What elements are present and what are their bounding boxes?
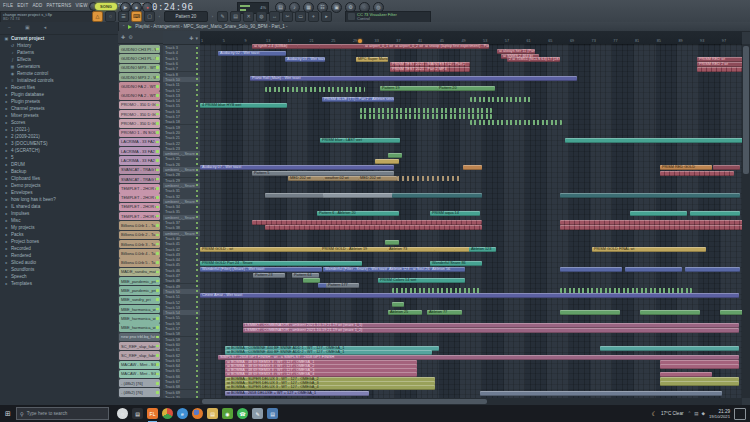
browser-item-soundfonts[interactable]: ▸Soundfonts	[0, 266, 118, 273]
clip[interactable]	[392, 288, 482, 293]
picker-item[interactable]: Billiona 0.0rb 5 - Ta	[119, 258, 160, 266]
track-mute-led[interactable]	[196, 78, 198, 80]
browser-item-drum[interactable]: ▸DRUM	[0, 161, 118, 168]
track-mute-led[interactable]	[196, 52, 198, 54]
clip[interactable]	[397, 176, 461, 181]
browser-item-rendered[interactable]: ▸Rendered	[0, 252, 118, 259]
browser-item-3-documents-[interactable]: ▸3 (DOCUMENTS)	[0, 140, 118, 147]
picker-item[interactable]: Billiona 0.0rb 1 - Ta	[119, 221, 160, 229]
clip[interactable]	[560, 225, 742, 230]
track-mute-led[interactable]	[196, 200, 198, 202]
typing-keyboard-button[interactable]: ⌨	[131, 11, 142, 22]
clip[interactable]: Audacity 03 - Wet toast	[285, 57, 325, 62]
clip[interactable]	[660, 171, 734, 176]
mute-led[interactable]	[156, 187, 159, 190]
picker-item[interactable]: SVANCAT - TRAG WT	[119, 166, 160, 174]
track-mute-led[interactable]	[196, 264, 198, 266]
clip[interactable]: PRISM GOLD Part 24 - Snare	[200, 261, 362, 266]
clip[interactable]: ai BOMBA - 2658 DELUXE + WT + 127 + OMEG…	[225, 391, 369, 396]
browser-item-current-project[interactable]: ▣Current project	[0, 35, 118, 42]
clip[interactable]: PRISM RED 2 wt	[697, 62, 742, 67]
browser-item-history[interactable]: ↺History	[0, 42, 118, 49]
browser-tab-icon-2[interactable]: ◂	[44, 24, 47, 32]
clip[interactable]: Pattern 6 - Ableton 20	[317, 211, 399, 216]
track-mute-led[interactable]	[196, 47, 198, 49]
clip[interactable]	[690, 211, 740, 216]
clip[interactable]: Audacity 02 - Wet toast	[218, 51, 286, 56]
browser-item-envelopes[interactable]: ▸Envelopes	[0, 189, 118, 196]
picker-item[interactable]: GUIDNO FA 2 - WT 2	[119, 82, 160, 90]
picker-item[interactable]: Billiona 0.0rb 2 - Ta	[119, 231, 160, 239]
clip[interactable]: Ableton 73	[387, 247, 436, 252]
clip[interactable]: Piano Roll (Main) - Wet toast	[250, 76, 577, 81]
edge-icon[interactable]: e	[177, 408, 188, 419]
clip[interactable]: Pattern 23	[253, 273, 285, 278]
browser-tab-icon-1[interactable]: ▣	[25, 24, 30, 32]
browser-item-il-shared-data[interactable]: ▸IL shared data	[0, 203, 118, 210]
picker-item[interactable]: - (48k2) [76]	[119, 388, 160, 396]
mute-led[interactable]	[156, 373, 159, 376]
track-mute-led[interactable]	[196, 206, 198, 208]
track-mute-led[interactable]	[196, 285, 198, 287]
draw-tool[interactable]: ✎	[217, 11, 228, 22]
mute-led[interactable]	[156, 150, 159, 153]
clip[interactable]: ai BOMBA - COMBINE 400 BF SNINE ADD 2 - …	[225, 350, 432, 355]
clip[interactable]	[388, 153, 402, 158]
clip[interactable]	[463, 165, 482, 170]
pattern-next-arrow[interactable]: ›	[210, 12, 215, 21]
picker-item[interactable]: MBE_sandry_pri	[119, 296, 160, 304]
mute-led[interactable]	[156, 391, 159, 394]
mute-led[interactable]	[156, 271, 159, 274]
tray-icon-1[interactable]: ▤	[694, 411, 698, 416]
picker-item[interactable]: GUIDNO MP3 2 - WT	[119, 73, 160, 81]
menu-edit[interactable]: EDIT	[17, 3, 28, 8]
picker-header-icon-1[interactable]: ⚙	[128, 34, 132, 40]
mute-led[interactable]	[156, 243, 159, 246]
track-mute-led[interactable]	[196, 359, 198, 361]
browser-item-channel-presets[interactable]: ▸Channel presets	[0, 105, 118, 112]
vertical-scrollbar[interactable]	[742, 44, 750, 398]
clip[interactable]	[360, 108, 492, 113]
clip[interactable]: Ableton 56	[430, 267, 465, 272]
mute-led[interactable]	[156, 104, 159, 107]
browser-item-recent-files[interactable]: ▸Recent files	[0, 84, 118, 91]
track-mute-led[interactable]	[196, 365, 198, 367]
clip[interactable]: 4 PRISM blue HYB wet	[200, 103, 287, 108]
menu-view[interactable]: VIEW	[75, 3, 87, 8]
select-tool[interactable]: ▭	[295, 11, 306, 22]
vertical-scrollbar-thumb[interactable]	[743, 46, 749, 174]
clip[interactable]	[470, 97, 532, 102]
clip[interactable]	[660, 381, 739, 386]
detach-icon[interactable]: ⌃	[122, 24, 125, 29]
clip[interactable]	[685, 267, 740, 272]
picker-item[interactable]: PROMO 1 - IN SOLO WT	[119, 129, 160, 137]
mute-led[interactable]	[156, 159, 159, 162]
clip[interactable]: ai BOMBA - 48 69 REMIX 3 - WT - 127 - OM…	[225, 372, 417, 377]
clip[interactable]: ai always her 11 (Part 1)	[497, 49, 535, 54]
playback-tool[interactable]: ▸	[321, 11, 332, 22]
clip[interactable]	[434, 247, 456, 252]
picker-item[interactable]: GUIDNO CH3 PI - WT	[119, 45, 160, 53]
mute-led[interactable]	[156, 169, 159, 172]
browser-item-scores[interactable]: ▸Scores	[0, 119, 118, 126]
track-mute-led[interactable]	[196, 137, 198, 139]
clip[interactable]	[265, 225, 482, 230]
picker-item[interactable]: MACAW - Mint - SGW	[119, 361, 160, 369]
clip[interactable]	[341, 44, 365, 49]
clip[interactable]: PRISM BLUE (TT) - Part 2 - Ableton sessi…	[322, 97, 394, 102]
clip[interactable]: ai airport_0_2 wt	[393, 44, 425, 49]
mute-led[interactable]	[156, 57, 159, 60]
track-mute-led[interactable]	[196, 222, 198, 224]
clip[interactable]	[375, 159, 399, 164]
mute-led[interactable]	[156, 224, 159, 227]
delete-tool[interactable]: ✕	[243, 11, 254, 22]
track-mute-led[interactable]	[196, 296, 198, 298]
explorer-icon[interactable]: ▤	[207, 408, 218, 419]
timeline-ruler[interactable]: 1591317212529333741454953576165697377818…	[200, 31, 742, 45]
paint-tool[interactable]: ▤	[230, 11, 241, 22]
taskbar-search[interactable]: ⚲ Type here to search	[16, 407, 109, 420]
clip[interactable]	[630, 211, 687, 216]
mute-led[interactable]	[156, 345, 159, 348]
clip[interactable]: PRISM aqua 14	[430, 211, 480, 216]
clip[interactable]	[385, 240, 399, 245]
